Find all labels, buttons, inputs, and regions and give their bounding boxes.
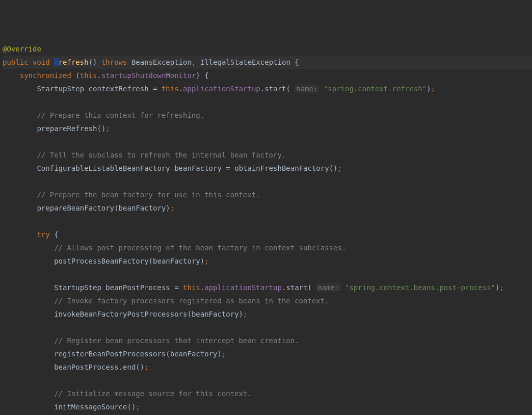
cursor <box>54 58 58 66</box>
brace: { <box>54 230 58 239</box>
var: beanPostProcess <box>105 283 170 292</box>
p: ) <box>200 257 204 265</box>
semi: ; <box>204 257 208 265</box>
p: ) <box>239 310 243 318</box>
type: StartupStep <box>37 85 84 93</box>
semi: ; <box>243 310 247 318</box>
p: ) <box>196 71 200 80</box>
comma: , <box>192 58 196 66</box>
var: beanPostProcess <box>54 363 118 371</box>
fld: applicationStartup <box>204 283 282 292</box>
m: prepareRefresh <box>37 124 97 133</box>
semi: ; <box>499 283 503 292</box>
m: start <box>264 85 286 93</box>
param-hint: name: <box>316 283 340 292</box>
p: ( <box>286 85 290 93</box>
comment: // Initialize message source for this co… <box>54 390 252 398</box>
kw-public: public <box>3 58 29 66</box>
brace: { <box>295 58 299 66</box>
brace: { <box>204 71 208 80</box>
type: ConfigurableListableBeanFactory <box>37 164 170 172</box>
p: ( <box>114 204 118 212</box>
comment: // Allows post-processing of the bean fa… <box>54 244 346 252</box>
arg: beanFactory <box>153 257 200 265</box>
m: prepareBeanFactory <box>37 204 114 212</box>
str: "spring.context.beans.post-process" <box>345 283 495 292</box>
dot: . <box>119 363 123 371</box>
arg: beanFactory <box>170 350 218 358</box>
semi: ; <box>222 350 226 358</box>
p: () <box>329 164 338 172</box>
parens: () <box>89 58 97 66</box>
type: StartupStep <box>54 283 101 292</box>
p: ) <box>166 204 170 212</box>
dot: . <box>179 85 183 93</box>
p: () <box>127 403 136 411</box>
eq: = <box>174 283 178 292</box>
current-line: public void refresh() throws BeansExcept… <box>3 56 532 69</box>
m: end <box>123 363 136 371</box>
m: obtainFreshBeanFactory <box>234 164 329 172</box>
m: initMessageSource <box>54 403 127 411</box>
this: this <box>183 283 200 292</box>
code-editor[interactable]: @Override public void refresh() throws B… <box>3 42 532 415</box>
p: ( <box>149 257 153 265</box>
p: ( <box>166 350 170 358</box>
var: contextRefresh <box>89 85 149 93</box>
method-name: refresh <box>59 58 89 66</box>
semi: ; <box>105 124 110 133</box>
semi: ; <box>431 85 435 93</box>
p: () <box>97 124 105 133</box>
semi: ; <box>170 204 174 212</box>
comment: // Prepare the bean factory for use in t… <box>37 191 260 199</box>
comment: // Prepare this context for refreshing. <box>37 111 204 119</box>
dot: . <box>97 71 101 80</box>
kw-void: void <box>33 58 50 66</box>
semi: ; <box>136 403 140 411</box>
fld: applicationStartup <box>183 85 260 93</box>
dot: . <box>260 85 264 93</box>
param-hint: name: <box>295 85 319 93</box>
m: invokeBeanFactoryPostProcessors <box>54 310 187 318</box>
str: "spring.context.refresh" <box>324 85 427 93</box>
p: ( <box>187 310 191 318</box>
semi: ; <box>338 164 342 172</box>
comment: // Tell the subclass to refresh the inte… <box>37 151 286 159</box>
dot: . <box>200 283 204 292</box>
p: ) <box>427 85 431 93</box>
kw-throws: throws <box>101 58 127 66</box>
p: ) <box>217 350 221 358</box>
annotation: @Override <box>3 45 41 53</box>
arg: beanFactory <box>192 310 239 318</box>
fld: startupShutdownMonitor <box>101 71 196 80</box>
this: this <box>80 71 97 80</box>
this: this <box>162 85 179 93</box>
m: start <box>286 283 307 292</box>
comment: // Invoke factory processors registered … <box>54 297 329 305</box>
arg: beanFactory <box>119 204 166 212</box>
comment: // Register bean processors that interce… <box>54 336 299 345</box>
p: ( <box>75 71 79 80</box>
p: ( <box>308 283 312 292</box>
eq: = <box>153 85 157 93</box>
p: () <box>136 363 144 371</box>
m: postProcessBeanFactory <box>54 257 148 265</box>
kw-sync: synchronized <box>20 71 71 80</box>
semi: ; <box>144 363 148 371</box>
exc1: BeansException <box>131 58 192 66</box>
exc2: IllegalStateException <box>200 58 290 66</box>
var: beanFactory <box>174 164 222 172</box>
kw-try: try <box>37 230 49 239</box>
m: registerBeanPostProcessors <box>54 350 166 358</box>
eq: = <box>226 164 230 172</box>
